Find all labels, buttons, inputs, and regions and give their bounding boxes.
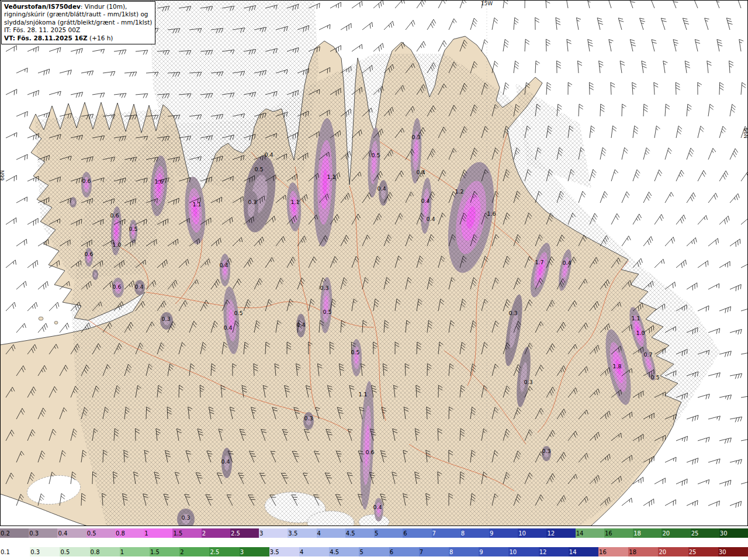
colorbar-cell-label: 1 (120, 549, 124, 555)
precip-value-label: 0.4 (219, 262, 228, 268)
colorbar-cell: 14 (569, 547, 598, 556)
weather-map-svg: 15W 66N 66N 0.61.61.10.60.51.00.60.60.40… (0, 0, 748, 526)
colorbar-cell: 18 (633, 528, 662, 538)
colorbar-cell-label: 20 (662, 530, 670, 537)
colorbar-cell: 25 (688, 547, 718, 556)
colorbar-cell-label: 14 (569, 549, 577, 555)
colorbar-cell-label: 3.5 (288, 530, 297, 537)
colorbar-cell-label: 0.5 (87, 530, 96, 537)
precip-value-label: 0.4 (264, 151, 273, 158)
colorbar-cell-label: 18 (629, 549, 636, 555)
snow-colorbar: 0.20.30.40.50.811.522.533.544.5567891012… (0, 528, 748, 538)
colorbar-cell: 16 (604, 528, 633, 538)
island (39, 317, 43, 320)
colorbar-cell: 14 (576, 528, 604, 538)
precip-value-label: 0.4 (134, 284, 143, 290)
field-description: : Vindur (10m), (81, 3, 127, 10)
colorbar-cell: 2.5 (230, 528, 259, 538)
colorbar-cell: 2 (202, 528, 230, 538)
colorbar-cell: 1.5 (150, 547, 179, 556)
info-line-2: rigning/skúrir (grænt/blátt/rautt - mm/1… (4, 11, 152, 18)
colorbar-cell-label: 1.5 (150, 549, 160, 555)
colorbar-cell-label: 3 (259, 530, 263, 537)
colorbar-cell: 0.5 (86, 528, 115, 538)
colorbar-cell-label: 2.5 (210, 549, 219, 555)
colorbar-cell: 18 (628, 547, 658, 556)
precip-value-label: 1.1 (192, 201, 201, 208)
precip-value-label: 1.1 (358, 391, 367, 397)
precip-value-label: 1.8 (612, 363, 621, 369)
colorbar-cell: 16 (598, 547, 628, 556)
colorbar-cell-label: 30 (720, 530, 728, 537)
colorbar-cell: 9 (479, 547, 508, 556)
colorbar-cell: 2 (179, 547, 209, 556)
info-box: Veðurstofan/IS750dev: Vindur (10m), rign… (1, 1, 155, 44)
precip-value-label: 1.1 (631, 315, 640, 322)
colorbar-cell: 3.5 (288, 528, 316, 538)
colorbar-cell-label: 4 (317, 530, 321, 537)
precip-value-label: 0.5 (234, 310, 243, 316)
colorbar-cell: 0.1 (0, 547, 30, 556)
colorbar-cell-label: 4 (300, 549, 303, 555)
colorbar-cell: 3 (259, 528, 288, 538)
colorbar-cell-label: 0.8 (91, 549, 100, 555)
colorbar-cell: 0.2 (0, 528, 29, 538)
colorbar-cell-label: 9 (490, 530, 493, 537)
colorbar-cell-label: 16 (599, 549, 607, 555)
precip-value-label: 0.6 (365, 449, 374, 455)
colorbar-cell: 12 (539, 547, 569, 556)
colorbar-cell: 6 (403, 528, 431, 538)
colorbar-cell: 1 (144, 528, 172, 538)
colorbar-cell-label: 5 (359, 549, 363, 555)
colorbar-cell-label: 0.4 (58, 530, 67, 537)
colorbar-cell-label: 2 (180, 549, 183, 555)
lat-label-right: 66N (743, 128, 748, 139)
precip-value-label: 0.6 (112, 284, 121, 290)
precip-value-label: 0.3 (542, 448, 550, 454)
lead-time: (+16 h) (88, 34, 113, 42)
colorbar-cell: 30 (719, 528, 748, 538)
lat-label-left: 66N (0, 170, 5, 181)
colorbar-cell-label: 3 (240, 549, 244, 555)
colorbar-cell: 1.5 (172, 528, 201, 538)
colorbar-cell-label: 0.1 (1, 549, 10, 555)
colorbar-cell: 4.5 (329, 547, 359, 556)
precip-value-label: 0.5 (254, 166, 263, 172)
weather-map-page: 15W 66N 66N 0.61.61.10.60.51.00.60.60.40… (0, 0, 748, 560)
precip-value-label: 0.3 (181, 514, 190, 521)
colorbar-cell-label: 10 (518, 530, 526, 537)
colorbar-cell-label: 8 (461, 530, 465, 537)
precip-value-label: 0.4 (373, 504, 382, 510)
precip-value-label: 1.1 (290, 199, 299, 205)
colorbar-cell-label: 14 (576, 530, 584, 537)
colorbar-cell: 0.8 (115, 528, 144, 538)
island (54, 322, 58, 324)
colorbar-cell-label: 25 (689, 549, 697, 555)
model-name: Veðurstofan/IS750dev (4, 3, 81, 10)
colorbar-cell: 1 (120, 547, 150, 556)
colorbar-cell-label: 6 (390, 549, 393, 555)
colorbar-cell-label: 20 (659, 549, 666, 555)
precip-value-label: 0.3 (248, 199, 257, 205)
info-line-3: slydda/snjókoma (grátt/bleikt/grænt - mm… (4, 19, 152, 26)
precip-value-label: 0.3 (304, 415, 313, 421)
precip-value-label: 0.5 (351, 349, 359, 355)
colorbar-cell: 3 (240, 547, 269, 556)
colorbar-cell-label: 1 (144, 530, 148, 537)
colorbar-cell: 8 (460, 528, 489, 538)
colorbar-cell-label: 3.5 (270, 549, 279, 555)
colorbar-cell: 0.3 (30, 547, 60, 556)
precip-value-label: 0.3 (508, 310, 517, 316)
colorbar-cell-label: 7 (420, 549, 423, 555)
colorbar-cell: 12 (546, 528, 575, 538)
precip-value-label: 0.4 (426, 216, 435, 222)
precip-value-label: 0.6 (84, 251, 93, 257)
precip-value-label: 0.4 (221, 458, 230, 465)
colorbar-cell: 4.5 (345, 528, 374, 538)
colorbar-cell-label: 0.5 (60, 549, 70, 555)
colorbar-cell-label: 9 (479, 549, 483, 555)
precip-value-label: 0.4 (223, 324, 232, 331)
rain-colorbar: 0.10.30.50.811.522.533.544.5567891012141… (0, 547, 748, 556)
colorbar-cell-label: 16 (605, 530, 612, 537)
colorbar-cell-label: 4.5 (330, 549, 339, 555)
